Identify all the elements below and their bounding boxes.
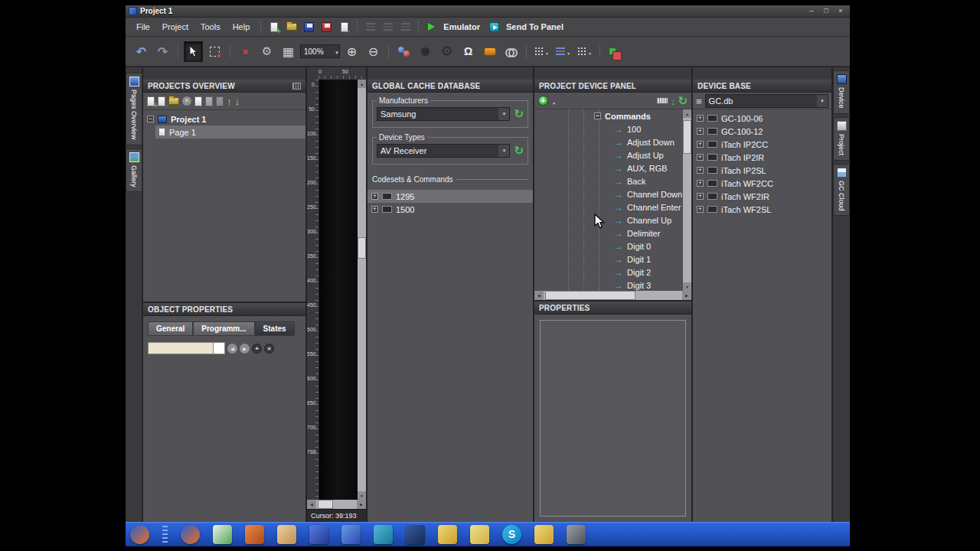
device-item[interactable]: iTach WF2CC [693, 177, 831, 190]
save-button[interactable] [301, 20, 317, 34]
device-item[interactable]: GC-100-12 [693, 125, 831, 138]
keyboard-icon[interactable] [656, 97, 668, 104]
undo-button[interactable] [132, 41, 151, 62]
grid-toggle-button[interactable] [279, 41, 298, 62]
zoom-out-button[interactable] [364, 41, 383, 62]
close-button[interactable]: × [835, 7, 847, 16]
project-node[interactable]: Project 1 [143, 112, 305, 126]
move-up-button[interactable] [227, 94, 232, 108]
duplicate-page-button[interactable] [158, 96, 165, 106]
design-canvas[interactable] [318, 80, 358, 500]
commands-vertical-scrollbar[interactable] [683, 109, 691, 291]
add-device-button[interactable] [538, 96, 548, 106]
list-view-icon[interactable] [696, 94, 702, 108]
redo-button[interactable] [153, 41, 172, 62]
delete-object-button[interactable] [236, 41, 255, 62]
scroll-down-icon[interactable] [358, 491, 366, 500]
copy-page-button[interactable] [194, 96, 202, 106]
save-all-button[interactable] [318, 20, 335, 34]
add-state-button[interactable] [252, 344, 262, 354]
maximize-button[interactable]: □ [820, 7, 832, 16]
side-tab[interactable]: Pages Overview [126, 73, 142, 145]
remove-state-button[interactable] [264, 344, 274, 354]
command-item[interactable]: Adjust Up [534, 148, 683, 161]
command-item[interactable]: AUX, RGB [534, 161, 683, 174]
marquee-tool-button[interactable] [205, 41, 224, 62]
move-down-button[interactable] [235, 94, 240, 108]
database-select[interactable]: GC.db [705, 94, 828, 108]
expand-icon[interactable] [697, 128, 704, 135]
device-type-select[interactable]: AV Receiver [377, 144, 510, 158]
codeset-item[interactable]: 1500 [368, 203, 533, 216]
state-color-swatch[interactable] [214, 342, 225, 354]
command-item[interactable]: Digit 1 [534, 253, 683, 266]
align-menu-button[interactable] [554, 41, 573, 62]
expand-icon[interactable] [697, 206, 704, 213]
device-item[interactable]: iTach WF2SL [693, 203, 831, 216]
chevron-down-icon[interactable] [552, 94, 556, 108]
taskbar-icon-camera[interactable] [567, 525, 586, 544]
pointer-tool-button[interactable] [184, 41, 203, 62]
properties-tab[interactable]: General [148, 321, 193, 336]
command-item[interactable]: Back [534, 174, 683, 187]
scroll-down-icon[interactable] [683, 282, 691, 291]
command-item[interactable]: Channel Enter [534, 201, 683, 214]
snap-grid-button[interactable] [532, 41, 551, 62]
taskbar-icon-irule-app[interactable] [213, 525, 232, 544]
scrollbar-thumb[interactable] [545, 291, 635, 300]
distribute-button[interactable] [575, 41, 594, 62]
page-node[interactable]: Page 1 [155, 126, 305, 139]
taskbar-icon-notes-yellow[interactable] [470, 525, 489, 544]
commands-root-node[interactable]: Commands [534, 109, 683, 122]
paste-page-button[interactable] [205, 96, 213, 106]
command-item[interactable]: Adjust Down [534, 135, 683, 148]
refresh-manufacturers-icon[interactable] [514, 107, 524, 121]
emulator-label[interactable]: Emulator [443, 22, 480, 31]
special-char-button[interactable] [459, 41, 478, 62]
expand-icon[interactable] [697, 115, 704, 122]
layers-button[interactable] [606, 41, 625, 62]
collapse-icon[interactable] [594, 112, 601, 119]
scrollbar-thumb[interactable] [683, 120, 691, 154]
settings-button[interactable] [257, 41, 276, 62]
expand-icon[interactable] [697, 141, 704, 148]
side-tab[interactable]: Gallery [126, 148, 142, 193]
command-item[interactable]: Digit 2 [534, 266, 683, 279]
taskbar-icon-firefox-2[interactable] [181, 525, 200, 544]
expand-icon[interactable] [697, 193, 704, 200]
properties-tab[interactable]: Programm... [193, 321, 254, 336]
expand-icon[interactable] [371, 193, 378, 200]
command-item[interactable]: Digit 3 [534, 279, 683, 291]
taskbar-icon-app-navy[interactable] [406, 525, 425, 544]
emulator-button[interactable] [423, 20, 439, 34]
device-item[interactable]: iTach IP2CC [693, 138, 831, 151]
menu-item[interactable]: Help [227, 20, 256, 34]
link-button[interactable] [501, 41, 521, 62]
side-tab[interactable]: GC Cloud [833, 164, 850, 217]
scroll-up-icon[interactable] [683, 109, 691, 118]
side-tab[interactable]: Device [833, 70, 850, 114]
shape-tool-button[interactable] [416, 41, 435, 62]
menu-item[interactable]: Tools [194, 20, 227, 34]
scrollbar-thumb[interactable] [358, 237, 366, 259]
menu-item[interactable]: File [130, 20, 156, 34]
gear-shape-button[interactable] [437, 41, 456, 62]
button-widget-button[interactable] [480, 41, 499, 62]
taskbar-icon-folder-tan[interactable] [277, 525, 296, 544]
command-item[interactable]: Channel Up [534, 214, 683, 227]
command-item[interactable]: Digit 0 [534, 240, 683, 253]
next-state-button[interactable] [240, 344, 250, 354]
expand-icon[interactable] [697, 167, 704, 174]
state-value-input[interactable] [148, 342, 214, 354]
canvas-vertical-scrollbar[interactable] [358, 80, 366, 500]
taskbar-icon-app-teal[interactable] [374, 525, 393, 544]
send-to-panel-button[interactable] [486, 20, 502, 34]
delete-page-button[interactable] [182, 96, 191, 106]
device-item[interactable]: iTach IP2SL [693, 164, 831, 177]
scroll-up-icon[interactable] [358, 80, 366, 88]
taskbar-icon-windows-blue[interactable] [341, 525, 361, 544]
add-page-button[interactable] [147, 96, 155, 106]
expand-icon[interactable] [371, 206, 378, 213]
zoom-select[interactable]: 100% [300, 44, 340, 58]
properties-tab[interactable]: States [255, 321, 295, 336]
